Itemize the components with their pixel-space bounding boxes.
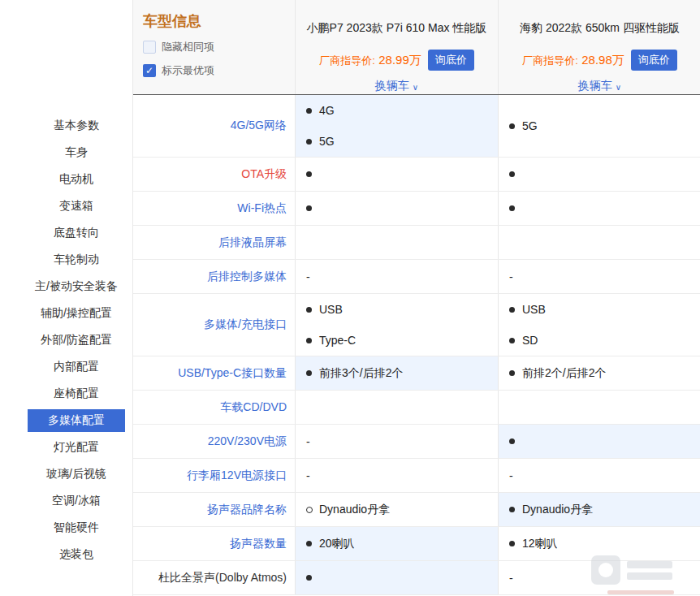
switch-car-link[interactable]: 换辆车 ∨ xyxy=(375,79,418,93)
standard-dot-icon xyxy=(509,123,515,129)
sidebar-item-基本参数[interactable]: 基本参数 xyxy=(28,112,125,139)
spec-value-line: Type-C xyxy=(306,325,498,356)
spec-value-line: 5G xyxy=(306,126,498,157)
row-label[interactable]: 220V/230V电源 xyxy=(133,425,296,458)
row-label[interactable]: 行李厢12V电源接口 xyxy=(133,459,296,492)
spec-value-line: - xyxy=(509,267,700,287)
spec-value-line: 4G xyxy=(306,95,498,126)
spec-row: 车载CD/DVD xyxy=(133,391,700,425)
spec-cell xyxy=(499,158,700,191)
spec-row: 多媒体/充电接口USBType-CUSBSD xyxy=(133,294,700,356)
switch-car-label: 换辆车 xyxy=(375,79,409,93)
inquiry-price-button[interactable]: 询底价 xyxy=(428,50,474,71)
spec-row: 后排控制多媒体-- xyxy=(133,260,700,294)
car-name: 小鹏P7 2023款 P7i 610 Max 性能版 xyxy=(296,11,498,45)
spec-value-line: 20喇叭 xyxy=(306,534,498,554)
category-list: 基本参数车身电动机变速箱底盘转向车轮制动主/被动安全装备辅助/操控配置外部/防盗… xyxy=(0,112,132,568)
spec-value-line xyxy=(509,432,700,451)
spec-cell xyxy=(296,391,499,424)
spec-cell xyxy=(296,158,499,191)
row-label[interactable]: USB/Type-C接口数量 xyxy=(133,356,296,390)
spec-value-line: - xyxy=(306,267,498,287)
hide-same-checkbox[interactable]: 隐藏相同项 xyxy=(143,40,295,54)
sidebar-item-玻璃/后视镜[interactable]: 玻璃/后视镜 xyxy=(28,460,125,487)
spec-cell xyxy=(296,226,499,259)
spec-cell xyxy=(296,561,499,594)
spec-cell: Dynaudio丹拿 xyxy=(499,493,700,526)
spec-value-text: 4G xyxy=(319,104,335,117)
sidebar-item-辅助/操控配置[interactable]: 辅助/操控配置 xyxy=(28,300,125,326)
sidebar-item-灯光配置[interactable]: 灯光配置 xyxy=(28,434,125,460)
spec-value-text: - xyxy=(509,572,513,585)
inquiry-price-button[interactable]: 询底价 xyxy=(631,50,677,71)
spec-value-text: - xyxy=(306,469,310,482)
sidebar-item-电动机[interactable]: 电动机 xyxy=(28,166,125,192)
sidebar-item-空调/冰箱[interactable]: 空调/冰箱 xyxy=(28,487,125,514)
spec-value-line: Dynaudio丹拿 xyxy=(306,500,498,520)
spec-cell: 4G5G xyxy=(296,95,499,157)
spec-value-line: - xyxy=(306,466,498,486)
spec-value-text: USB xyxy=(522,303,546,316)
spec-cell xyxy=(499,425,700,458)
sidebar-item-座椅配置[interactable]: 座椅配置 xyxy=(28,380,125,407)
row-label[interactable]: 后排控制多媒体 xyxy=(133,260,296,293)
sidebar-item-选装包[interactable]: 选装包 xyxy=(28,541,125,568)
sidebar-item-底盘转向[interactable]: 底盘转向 xyxy=(28,219,125,246)
spec-value-text: - xyxy=(509,469,513,482)
standard-dot-icon xyxy=(509,507,515,512)
price-value: 28.99万 xyxy=(378,53,421,67)
row-label[interactable]: OTA升级 xyxy=(133,158,296,191)
spec-value-text: 20喇叭 xyxy=(319,537,355,551)
checkbox-unchecked-icon[interactable] xyxy=(143,41,156,54)
spec-value-text: 12喇叭 xyxy=(522,537,558,551)
mark-best-checkbox[interactable]: ✓ 标示最优项 xyxy=(143,63,295,78)
row-label[interactable]: 4G/5G网络 xyxy=(133,95,296,157)
sidebar-item-车身[interactable]: 车身 xyxy=(28,139,125,166)
standard-dot-icon xyxy=(306,139,312,145)
spec-cell xyxy=(499,226,700,259)
spec-value-line: - xyxy=(306,432,498,451)
spec-value-line: 前排3个/后排2个 xyxy=(306,364,498,383)
table-header-left: 车型信息 隐藏相同项 ✓ 标示最优项 xyxy=(133,0,296,94)
switch-car-link[interactable]: 换辆车 ∨ xyxy=(578,79,621,93)
standard-dot-icon xyxy=(306,171,312,177)
standard-dot-icon xyxy=(509,205,515,211)
sidebar-item-外部/防盗配置[interactable]: 外部/防盗配置 xyxy=(28,326,125,353)
category-sidebar: 基本参数车身电动机变速箱底盘转向车轮制动主/被动安全装备辅助/操控配置外部/防盗… xyxy=(0,0,132,596)
row-label[interactable]: 多媒体/充电接口 xyxy=(133,294,296,356)
spec-cell: 前排3个/后排2个 xyxy=(296,356,499,390)
spec-value-line xyxy=(306,568,498,588)
spec-value-line: SD xyxy=(509,325,700,356)
spec-cell: - xyxy=(296,260,499,293)
spec-rows: 4G/5G网络4G5G5GOTA升级Wi-Fi热点后排液晶屏幕后排控制多媒体--… xyxy=(133,95,700,595)
sidebar-item-主/被动安全装备[interactable]: 主/被动安全装备 xyxy=(28,273,125,300)
spec-cell: 前排2个/后排2个 xyxy=(499,356,700,390)
checkbox-label: 隐藏相同项 xyxy=(162,40,214,54)
spec-cell: - xyxy=(499,260,700,293)
standard-dot-icon xyxy=(509,307,515,313)
sidebar-item-多媒体配置[interactable]: 多媒体配置 xyxy=(28,409,125,432)
price-row: 厂商指导价: 28.98万 询底价 xyxy=(499,50,700,71)
spec-row: Wi-Fi热点 xyxy=(133,192,700,226)
standard-dot-icon xyxy=(306,307,312,313)
row-label[interactable]: 车载CD/DVD xyxy=(133,391,296,424)
spec-value-text: Type-C xyxy=(319,334,356,347)
sidebar-item-内部配置[interactable]: 内部配置 xyxy=(28,353,125,380)
sidebar-item-车轮制动[interactable]: 车轮制动 xyxy=(28,246,125,273)
row-label[interactable]: 扬声器品牌名称 xyxy=(133,493,296,526)
chevron-down-icon: ∨ xyxy=(413,83,418,92)
row-label[interactable]: 后排液晶屏幕 xyxy=(133,226,296,259)
row-label[interactable]: Wi-Fi热点 xyxy=(133,192,296,225)
checkbox-checked-icon[interactable]: ✓ xyxy=(143,64,156,77)
sidebar-item-智能硬件[interactable]: 智能硬件 xyxy=(28,514,125,541)
spec-row: 220V/230V电源- xyxy=(133,425,700,459)
spec-cell: - xyxy=(296,425,499,458)
standard-dot-icon xyxy=(306,370,312,376)
standard-dot-icon xyxy=(306,541,312,546)
row-label[interactable]: 扬声器数量 xyxy=(133,527,296,560)
spec-cell: - xyxy=(296,459,499,492)
chevron-down-icon: ∨ xyxy=(616,83,621,92)
sidebar-item-变速箱[interactable]: 变速箱 xyxy=(28,192,125,219)
spec-value-text: - xyxy=(509,270,513,283)
car-column-header-1: 小鹏P7 2023款 P7i 610 Max 性能版 厂商指导价: 28.99万… xyxy=(296,0,499,94)
